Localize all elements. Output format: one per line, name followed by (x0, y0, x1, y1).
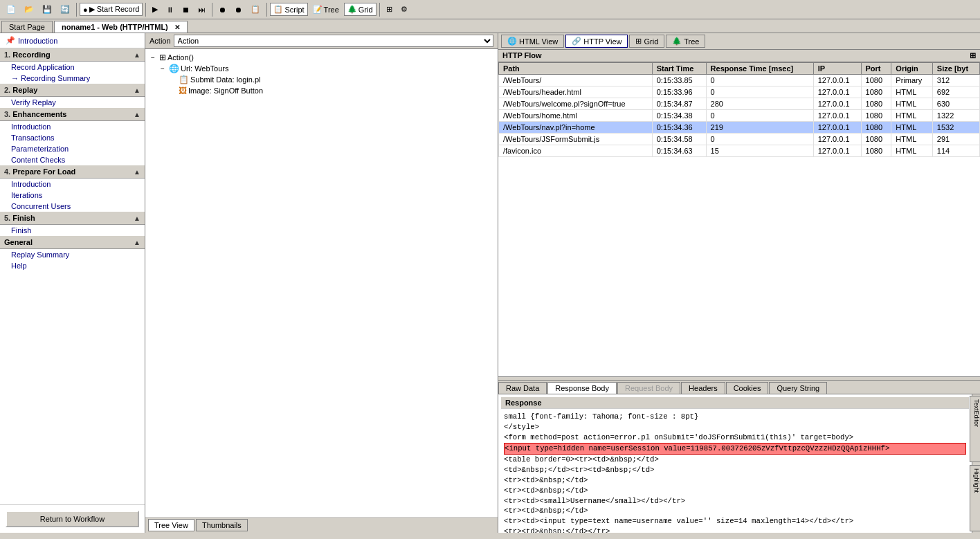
collapse-recording-icon[interactable]: ▲ (134, 51, 140, 59)
cell-response-time: 0 (706, 86, 813, 98)
http-flow-title: HTTP Flow ⊞ (498, 50, 980, 62)
section-prepare[interactable]: 4. Prepare For Load ▲ (0, 165, 145, 179)
sidebar-item-replay-summary[interactable]: Replay Summary (0, 249, 145, 260)
col-port[interactable]: Port (861, 63, 891, 75)
collapse-replay-icon[interactable]: ▲ (134, 86, 140, 94)
table-row[interactable]: /WebTours/home.html 0:15:34.38 0 127.0.0… (499, 110, 980, 122)
tab-cookies[interactable]: Cookies (726, 382, 769, 394)
grid-button[interactable]: ⊞ (383, 3, 396, 16)
cell-response-time: 0 (706, 110, 813, 122)
save-button[interactable]: 💾 (39, 3, 55, 16)
options-button[interactable]: ⚙ (397, 3, 411, 16)
rec-btn3[interactable]: 📋 (247, 3, 264, 16)
table-row[interactable]: /WebTours/nav.pl?in=home 0:15:34.36 219 … (499, 122, 980, 134)
http-flow-expand-icon[interactable]: ⊞ (970, 51, 976, 60)
http-table: Path Start Time Response Time [msec] IP … (498, 62, 980, 157)
col-start-time[interactable]: Start Time (652, 63, 706, 75)
tree-node-submit-data[interactable]: 📋 Submit Data: login.pl (167, 74, 495, 85)
sidebar-item-intro-enh[interactable]: Introduction (0, 121, 145, 132)
col-size[interactable]: Size [byt (932, 63, 979, 75)
section-general[interactable]: General ▲ (0, 236, 145, 249)
table-row[interactable]: /favicon.ico 0:15:34.63 15 127.0.0.1 108… (499, 145, 980, 157)
view-tab-bar: Tree View Thumbnails (145, 517, 498, 533)
http-view-button[interactable]: 🔗 HTTP View (565, 35, 628, 48)
tree-button[interactable]: 🌲 Grid (344, 3, 376, 16)
refresh-button[interactable]: 🔄 (57, 3, 73, 16)
col-response-time[interactable]: Response Time [msec] (706, 63, 813, 75)
collapse-enhancements-icon[interactable]: ▲ (134, 111, 140, 118)
table-row[interactable]: /WebTours/welcome.pl?signOff=true 0:15:3… (499, 98, 980, 110)
script-button[interactable]: 📝 Tree (309, 3, 343, 16)
tab-thumbnails[interactable]: Thumbnails (196, 519, 248, 531)
tab-close-icon[interactable]: ✕ (174, 24, 180, 31)
sidebar-item-record-application[interactable]: Record Application (0, 62, 145, 73)
col-path[interactable]: Path (499, 63, 653, 75)
step-button[interactable]: ⏭ (194, 3, 209, 16)
start-record-button[interactable]: ● ▶ Start Record (80, 3, 143, 16)
right-toolbar: 🌐 HTML View 🔗 HTTP View ⊞ Grid 🌲 Tree (498, 33, 980, 50)
tab-tree-view[interactable]: Tree View (148, 519, 194, 531)
tree-view-button[interactable]: 🌲 Tree (666, 35, 705, 48)
tab-raw-data[interactable]: Raw Data (498, 382, 547, 394)
sidebar-item-content-checks[interactable]: Content Checks (0, 154, 145, 165)
sidebar-item-intro-prep[interactable]: Introduction (0, 179, 145, 190)
tab-response-body[interactable]: Response Body (547, 382, 617, 394)
tab-request-body[interactable]: Request Body (617, 382, 680, 394)
return-to-workflow-button[interactable]: Return to Workflow (6, 511, 139, 527)
tree-node-action[interactable]: − ⊞ Action() (148, 52, 495, 63)
rec-btn1[interactable]: ⏺ (215, 3, 230, 16)
http-flow: HTTP Flow ⊞ Path Start Time Response Tim… (498, 50, 980, 376)
new-button[interactable]: 📄 (3, 3, 19, 16)
open-button[interactable]: 📂 (21, 3, 37, 16)
highlight-btn[interactable]: Highlight (970, 465, 981, 531)
section-recording[interactable]: 1. Recording ▲ (0, 48, 145, 62)
section-finish[interactable]: 5. Finish ▲ (0, 212, 145, 225)
section-replay[interactable]: 2. Replay ▲ (0, 84, 145, 97)
sidebar-item-recording-summary[interactable]: Recording Summary (0, 73, 145, 84)
text-editor-btn[interactable]: TextEditor (970, 396, 981, 462)
sidebar-item-finish[interactable]: Finish (0, 225, 145, 236)
play-button[interactable]: ▶ (149, 3, 161, 16)
collapse-prepare-icon[interactable]: ▲ (134, 168, 140, 176)
sidebar-item-iterations[interactable]: Iterations (0, 190, 145, 201)
collapse-finish-icon[interactable]: ▲ (134, 214, 140, 222)
expand-image-icon (167, 87, 177, 95)
expand-url-icon[interactable]: − (158, 65, 167, 73)
table-row[interactable]: /WebTours/JSFormSubmit.js 0:15:34.58 0 1… (499, 134, 980, 145)
sidebar-item-help[interactable]: Help (0, 260, 145, 271)
stop-button[interactable]: ⏹ (179, 3, 193, 16)
grid-view-icon: ⊞ (635, 37, 642, 46)
tab-startpage[interactable]: Start Page (1, 21, 53, 33)
tree-node-url-webtours[interactable]: − 🌐 Url: WebTours (158, 63, 495, 74)
cell-path: /WebTours/ (499, 75, 653, 86)
tab-headers[interactable]: Headers (681, 382, 725, 394)
html-view-button[interactable]: 🌐 HTML View (501, 35, 564, 48)
col-origin[interactable]: Origin (891, 63, 933, 75)
tab-noname1[interactable]: noname1 - Web (HTTP/HTML) ✕ (54, 21, 188, 33)
sidebar-item-transactions[interactable]: Transactions (0, 132, 145, 143)
cell-size: 630 (932, 98, 979, 110)
rec-btn2[interactable]: ⏺ (231, 3, 246, 16)
sidebar-item-concurrent-users[interactable]: Concurrent Users (0, 201, 145, 212)
col-ip[interactable]: IP (813, 63, 861, 75)
pause-button[interactable]: ⏸ (163, 3, 177, 16)
cell-ip: 127.0.0.1 (813, 134, 861, 145)
tree-node-image[interactable]: 🖼 Image: SignOff Button (167, 85, 495, 96)
response-line: <tr><td><input type=text name=username v… (504, 516, 966, 527)
table-row[interactable]: /WebTours/header.html 0:15:33.96 0 127.0… (499, 86, 980, 98)
sidebar-intro-top[interactable]: 📌 Introduction (0, 33, 145, 48)
section-enhancements[interactable]: 3. Enhancements ▲ (0, 108, 145, 121)
grid-view-button[interactable]: ⊞ Grid (629, 35, 664, 48)
sep1 (76, 3, 77, 17)
expand-icon[interactable]: − (148, 54, 158, 62)
tree-indent-2: 📋 Submit Data: login.pl 🖼 Image: SignOff… (167, 74, 495, 96)
right-content: HTTP Flow ⊞ Path Start Time Response Tim… (498, 50, 980, 533)
action-select[interactable]: Action (174, 35, 493, 47)
sidebar-item-verify-replay[interactable]: Verify Replay (0, 97, 145, 108)
tasks-button[interactable]: 📋 Script (270, 3, 307, 16)
collapse-general-icon[interactable]: ▲ (134, 239, 140, 246)
tab-query-string[interactable]: Query String (769, 382, 827, 394)
sidebar-item-parameterization[interactable]: Parameterization (0, 143, 145, 154)
response-line: <tr><td>&nbsp;</td> (504, 475, 966, 486)
table-row[interactable]: /WebTours/ 0:15:33.85 0 127.0.0.1 1080 P… (499, 75, 980, 86)
